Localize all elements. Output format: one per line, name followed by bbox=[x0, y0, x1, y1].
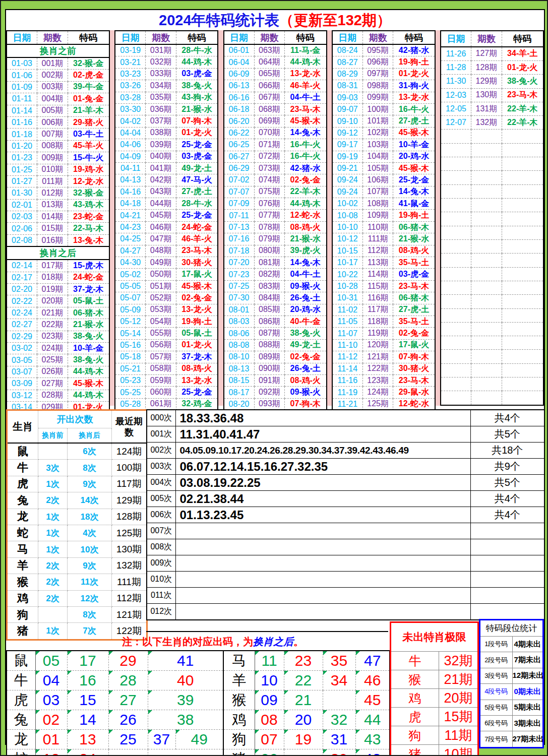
date-cell: 03-21 bbox=[115, 56, 146, 68]
after-count-cell: 10次 bbox=[68, 541, 112, 557]
draw-row: 11-16123期23-马-木 bbox=[332, 374, 435, 386]
number-cell: 09 bbox=[255, 690, 284, 710]
missing-periods-cell: 11期 bbox=[439, 726, 478, 745]
freq-total-cell bbox=[470, 604, 544, 620]
date-cell: 11-28 bbox=[441, 60, 471, 74]
period-cell: 081期 bbox=[254, 257, 285, 269]
draw-row: 06-01063期11-马-金 bbox=[224, 44, 327, 56]
freq-row: 006次01.13.23.45共4个 bbox=[147, 507, 544, 523]
code-cell: 01-兔-金 bbox=[68, 93, 109, 105]
date-cell: 05-07 bbox=[115, 292, 146, 304]
code-cell: 25-龙-金 bbox=[176, 387, 218, 398]
draw-row: 11-12121期07-狗-木 bbox=[332, 351, 435, 363]
period-cell: 012期 bbox=[37, 187, 68, 199]
code-cell: 01-龙-火 bbox=[502, 60, 543, 74]
number-cell: 26 bbox=[108, 710, 148, 730]
freq-row: 003次06.07.12.14.15.16.27.32.35共9个 bbox=[147, 459, 544, 475]
code-cell: 46-羊-火 bbox=[176, 233, 218, 245]
zodiac-cell: 猴 bbox=[223, 690, 255, 710]
period-cell: 018期 bbox=[37, 272, 68, 283]
date-cell: 11-07 bbox=[332, 328, 363, 339]
segment-label-cell: 7段号码 bbox=[480, 731, 513, 747]
draw-row: 06-20069期45-猴-木 bbox=[224, 115, 327, 127]
code-cell: 28-牛-水 bbox=[176, 44, 218, 56]
draw-row: 02-17018期24-蛇-金 bbox=[7, 272, 109, 283]
freq-numbers-cell bbox=[175, 588, 470, 604]
segment-value-cell: 27期未出 bbox=[512, 731, 543, 747]
missing-zodiac-cell: 猪 bbox=[391, 745, 439, 756]
code-cell: 44-鸡-木 bbox=[68, 390, 109, 401]
draw-row: 05-14055期05-鼠-土 bbox=[115, 328, 218, 339]
period-cell: 129期 bbox=[471, 75, 502, 88]
zodiac-number-row: 狗07193143 bbox=[223, 730, 390, 749]
code-cell: 09-猴-火 bbox=[285, 387, 327, 398]
number-cell: 21 bbox=[284, 690, 323, 710]
date-cell: 05-23 bbox=[115, 374, 146, 386]
date-cell: 09-03 bbox=[332, 92, 363, 103]
date-header: 日期 bbox=[441, 31, 471, 47]
segment-row: 5段号码5期未出 bbox=[480, 700, 543, 715]
code-cell: 32-猴-金 bbox=[68, 57, 109, 70]
draw-row: 08-06087期38-兔-火 bbox=[224, 328, 327, 339]
zodiac-number-row: 龙0113253749 bbox=[7, 730, 223, 749]
number-cell: 37 bbox=[148, 730, 175, 749]
freq-numbers-cell: 06.07.12.14.15.16.27.32.35 bbox=[175, 459, 470, 475]
before-count-cell: 2次 bbox=[38, 492, 68, 509]
code-cell: 17-鼠-火 bbox=[393, 339, 435, 351]
recent-period-cell: 124期 bbox=[112, 443, 147, 460]
period-cell: 025期 bbox=[37, 354, 68, 366]
period-cell: 066期 bbox=[254, 80, 285, 92]
recent-header: 最近期数 bbox=[112, 410, 147, 444]
period-header: 期数 bbox=[362, 31, 393, 44]
draw-row: 10-28115期23-马-木 bbox=[332, 280, 435, 292]
freq-total-cell: 共18个 bbox=[470, 443, 544, 459]
period-cell: 020期 bbox=[37, 295, 68, 307]
segment-value-cell: 0期未出 bbox=[512, 684, 543, 700]
period-cell: 073期 bbox=[254, 162, 285, 174]
code-cell: 32-猴-金 bbox=[68, 187, 109, 199]
draw-row: 11-05118期35-马-土 bbox=[332, 316, 435, 327]
recent-period-cell: 121期 bbox=[112, 606, 147, 622]
code-cell: 02-兔-金 bbox=[285, 351, 327, 363]
freq-label-cell: 012次 bbox=[147, 604, 175, 620]
main-table: 日期期数特码换肖之前01-03001期32-猴-金01-06002期02-虎-金… bbox=[6, 30, 544, 406]
zodiac-number-row: 猪063042 bbox=[223, 749, 390, 756]
freq-numbers-cell bbox=[175, 523, 470, 539]
period-cell: 048期 bbox=[146, 245, 176, 257]
code-cell: 20-鸡-水 bbox=[393, 151, 435, 162]
period-cell: 078期 bbox=[254, 221, 285, 233]
title-update-text: （更新至132期） bbox=[279, 12, 391, 28]
code-cell: 45-羊-火 bbox=[68, 140, 109, 152]
code-cell: 09-猴-火 bbox=[285, 280, 327, 292]
number-cell: 06 bbox=[255, 749, 284, 756]
date-cell: 08-17 bbox=[224, 387, 255, 398]
date-cell: 04-16 bbox=[115, 186, 146, 198]
number-cell: 11 bbox=[255, 651, 284, 671]
number-cell: 17 bbox=[67, 651, 108, 671]
date-cell: 07-23 bbox=[224, 269, 255, 280]
segment-value-cell: 7期未出 bbox=[512, 652, 543, 668]
date-cell: 06-20 bbox=[224, 115, 255, 127]
code-cell: 43-狗-水 bbox=[176, 92, 218, 103]
period-cell: 115期 bbox=[362, 280, 393, 292]
draw-row: 05-09053期13-龙-火 bbox=[115, 304, 218, 316]
date-cell: 05-12 bbox=[115, 316, 146, 327]
zodiac-cell: 马 bbox=[223, 651, 255, 671]
missing-periods-cell: 10期 bbox=[439, 745, 478, 756]
period-cell: 028期 bbox=[37, 390, 68, 401]
date-cell: 02-01 bbox=[7, 199, 37, 211]
code-cell: 46-羊-火 bbox=[285, 80, 327, 92]
draw-row: 11-19124期29-鼠-水 bbox=[332, 387, 435, 398]
draw-row: 07-18080期39-虎-火 bbox=[224, 245, 327, 257]
zodiac-number-row: 鼠05172941 bbox=[7, 651, 223, 671]
number-cell: 23 bbox=[284, 651, 323, 671]
table-header-row: 日期期数特码 bbox=[7, 31, 109, 44]
date-cell: 07-18 bbox=[224, 245, 255, 257]
code-cell: 08-鸡-火 bbox=[285, 374, 327, 386]
draw-row: 10-17113期35-马-土 bbox=[332, 257, 435, 269]
draw-row: 05-18057期37-龙-木 bbox=[115, 351, 218, 363]
draw-row: 01-27011期12-龙-水 bbox=[7, 175, 109, 187]
draw-row: 02-22020期05-鼠-土 bbox=[7, 295, 109, 307]
after-count-cell: 14次 bbox=[68, 492, 112, 509]
code-cell: 15-牛-火 bbox=[68, 152, 109, 164]
